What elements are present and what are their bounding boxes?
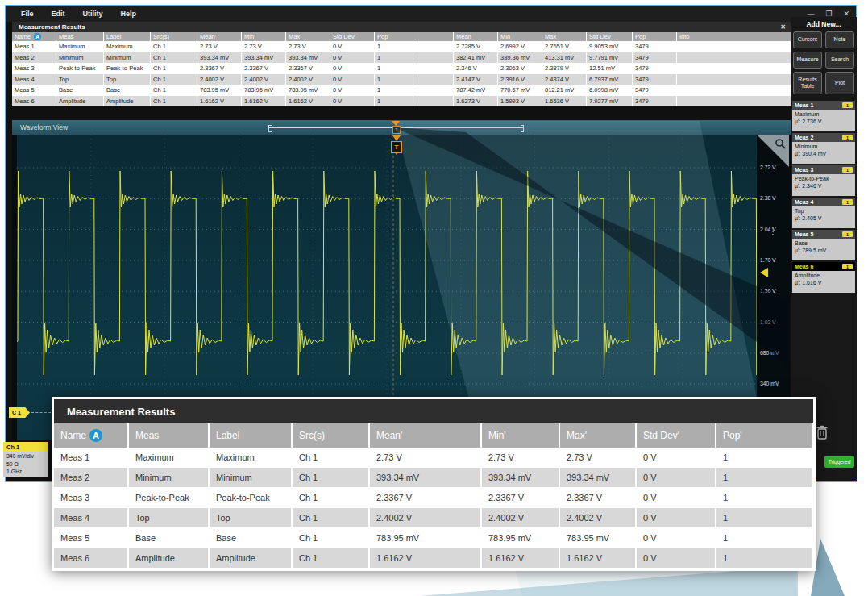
cell: Minimum <box>129 468 210 488</box>
column-header-min-[interactable]: Min' <box>242 32 286 41</box>
meas-chip-meas-3[interactable]: Meas 31Peak-to-Peakµ': 2.346 V <box>792 165 855 196</box>
table-row: Meas 1MaximumMaximumCh 12.73 V2.73 V2.73… <box>54 448 813 468</box>
column-header-max-[interactable]: Max' <box>286 32 330 41</box>
table-row[interactable]: Meas 6AmplitudeAmplitudeCh 11.6162 V1.61… <box>12 96 792 107</box>
column-header-min[interactable]: Min <box>498 32 542 41</box>
meas-chip-meas-2[interactable]: Meas 21Minimumµ': 390.4 mV <box>792 133 855 164</box>
page: FileEditUtilityHelp —❐✕ Measurement Resu… <box>0 0 868 596</box>
cell: 382.41 mV <box>454 52 498 64</box>
column-header-label[interactable]: Label <box>210 423 293 448</box>
column-header-name[interactable]: NameA <box>12 32 56 41</box>
column-header-info[interactable]: Info <box>677 32 792 41</box>
cell: Ch 1 <box>293 528 370 548</box>
table-row[interactable]: Meas 2MinimumMinimumCh 1393.34 mV393.34 … <box>12 52 792 64</box>
column-header-meas[interactable]: Meas <box>129 423 210 448</box>
cell: 783.95 mV <box>242 85 286 96</box>
cell: 0 V <box>637 528 716 548</box>
cell: 770.67 mV <box>498 85 542 96</box>
add-measure-button[interactable]: Measure <box>793 52 822 69</box>
cell: 783.95 mV <box>370 528 482 548</box>
cell: 2.4147 V <box>454 74 498 85</box>
magnifier-icon <box>775 138 786 149</box>
cell: Meas 4 <box>54 508 129 528</box>
column-header-max[interactable]: Max <box>542 32 587 41</box>
meas-chip-mean: µ': 2.405 V <box>795 215 853 222</box>
cell: 1 <box>375 74 413 85</box>
column-header-max-[interactable]: Max' <box>560 423 637 448</box>
cell: 1 <box>716 448 813 468</box>
cell: 0 V <box>330 41 375 52</box>
cell: Ch 1 <box>293 488 370 508</box>
add-search-button[interactable]: Search <box>825 52 854 69</box>
menu-item-help[interactable]: Help <box>114 7 144 20</box>
column-header-std-dev-[interactable]: Std Dev' <box>330 32 375 41</box>
column-header-label: Std Dev <box>589 33 611 40</box>
meas-chip-meas-5[interactable]: Meas 51Baseµ': 789.5 mV <box>792 230 855 260</box>
cell: Meas 6 <box>54 548 129 569</box>
column-header-pop-[interactable]: Pop' <box>375 32 413 41</box>
column-header-meas[interactable]: Meas <box>56 32 104 41</box>
column-header-pop[interactable]: Pop <box>633 32 677 41</box>
column-header-min-[interactable]: Min' <box>482 423 560 448</box>
column-header-name[interactable]: NameA <box>54 423 129 448</box>
meas-chip-name: Meas 1 <box>795 102 813 108</box>
cell: 2.73 V <box>482 448 560 468</box>
cell: Meas 2 <box>12 52 56 64</box>
zoom-bracket-left[interactable] <box>268 125 272 132</box>
cell: 1 <box>716 488 813 508</box>
menu-item-edit[interactable]: Edit <box>44 7 73 20</box>
table-row: Meas 5BaseBaseCh 1783.95 mV783.95 mV783.… <box>54 528 813 548</box>
cell: 2.7285 V <box>454 41 498 52</box>
trigger-marker-arrow-icon[interactable] <box>392 135 401 141</box>
cell: 0 V <box>330 74 375 85</box>
cell: 0 V <box>637 488 716 508</box>
cell: Meas 5 <box>12 85 56 96</box>
add-results-table-button[interactable]: Results Table <box>793 72 822 94</box>
cell: 2.73 V <box>370 448 482 468</box>
meas-chip-mean: µ': 1.616 V <box>795 279 853 286</box>
table-row[interactable]: Meas 4TopTopCh 12.4002 V2.4002 V2.4002 V… <box>12 74 792 85</box>
table-row: Meas 2MinimumMinimumCh 1393.34 mV393.34 … <box>54 468 813 488</box>
column-header-std-dev-[interactable]: Std Dev' <box>637 423 716 448</box>
cell: 9.7791 mV <box>587 52 633 64</box>
table-row[interactable]: Meas 1MaximumMaximumCh 12.73 V2.73 V2.73… <box>12 41 792 52</box>
trigger-level-arrow-icon[interactable] <box>760 268 768 277</box>
close-icon[interactable]: ✕ <box>780 23 786 31</box>
trigger-position-label[interactable]: T <box>392 126 401 134</box>
cell: 0 V <box>637 508 716 528</box>
cell: Meas 4 <box>12 74 56 85</box>
waveform-plot[interactable] <box>17 135 757 440</box>
cell: 393.34 mV <box>482 468 560 488</box>
add-cursors-button[interactable]: Cursors <box>793 31 822 48</box>
cell: 2.73 V <box>286 41 330 52</box>
column-header-pop-[interactable]: Pop' <box>716 423 813 448</box>
meas-chip-meas-6[interactable]: Meas 61Amplitudeµ': 1.616 V <box>792 262 855 293</box>
meas-chip-body: Topµ': 2.405 V <box>792 206 855 228</box>
cell: 1 <box>716 548 813 569</box>
channel1-badge[interactable]: Ch 1 340 mV/div50 Ω1 GHz <box>3 442 48 477</box>
column-header-mean-[interactable]: Mean' <box>197 32 242 41</box>
add-plot-button[interactable]: Plot <box>825 72 854 94</box>
column-header-mean-[interactable]: Mean' <box>370 423 482 448</box>
column-header-src-s-[interactable]: Src(s) <box>151 32 197 41</box>
table-row[interactable]: Meas 5BaseBaseCh 1783.95 mV783.95 mV783.… <box>12 85 792 96</box>
cell <box>677 41 792 52</box>
menu-item-file[interactable]: File <box>14 7 41 20</box>
trash-icon[interactable] <box>815 424 829 440</box>
column-header-label[interactable]: Label <box>104 32 151 41</box>
meas-chip-meas-4[interactable]: Meas 41Topµ': 2.405 V <box>792 198 855 228</box>
table-row[interactable]: Meas 3Peak-to-PeakPeak-to-PeakCh 12.3367… <box>12 63 792 74</box>
column-header-src-s-[interactable]: Src(s) <box>293 423 370 448</box>
cell: 393.34 mV <box>560 468 637 488</box>
add-note-button[interactable]: Note <box>825 31 854 48</box>
splitter-handle[interactable] <box>772 227 774 235</box>
cell: Ch 1 <box>293 448 370 468</box>
column-header-mean[interactable]: Mean <box>454 32 498 41</box>
cell: 2.73 V <box>242 41 286 52</box>
zoom-bracket-right[interactable] <box>521 125 524 132</box>
column-header-std-dev[interactable]: Std Dev <box>587 32 633 41</box>
meas-chip-header: Meas 41 <box>792 198 855 206</box>
menu-item-utility[interactable]: Utility <box>76 7 110 20</box>
column-header-label: Max <box>545 33 556 40</box>
meas-chip-meas-1[interactable]: Meas 11Maximumµ': 2.736 V <box>792 101 855 131</box>
